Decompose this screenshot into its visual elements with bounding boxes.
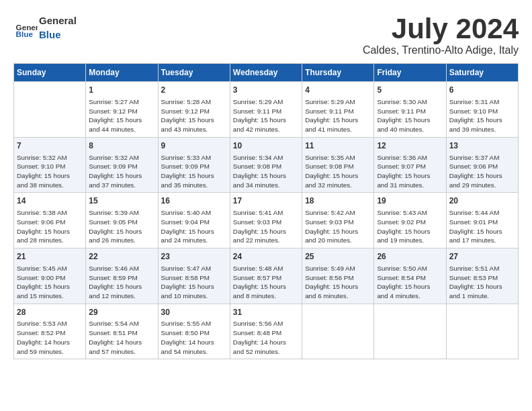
day-info: Sunrise: 5:37 AM Sunset: 9:06 PM Dayligh… [449, 153, 515, 190]
calendar-table: SundayMondayTuesdayWednesdayThursdayFrid… [13, 63, 519, 359]
day-cell: 6Sunrise: 5:31 AM Sunset: 9:10 PM Daylig… [446, 82, 518, 138]
day-cell [14, 82, 86, 138]
day-cell: 19Sunrise: 5:43 AM Sunset: 9:02 PM Dayli… [374, 193, 446, 248]
day-number: 28 [17, 307, 83, 318]
day-number: 12 [377, 140, 443, 152]
day-cell: 11Sunrise: 5:35 AM Sunset: 9:08 PM Dayli… [302, 137, 374, 193]
day-number: 10 [233, 140, 299, 152]
month-title: July 2024 [363, 13, 519, 44]
day-number: 31 [233, 307, 299, 318]
day-header-tuesday: Tuesday [158, 64, 230, 82]
day-info: Sunrise: 5:31 AM Sunset: 9:10 PM Dayligh… [449, 97, 515, 134]
day-cell [302, 304, 374, 359]
day-number: 9 [161, 140, 227, 152]
day-header-sunday: Sunday [14, 64, 86, 82]
day-cell: 31Sunrise: 5:56 AM Sunset: 8:48 PM Dayli… [230, 304, 302, 359]
day-info: Sunrise: 5:49 AM Sunset: 8:56 PM Dayligh… [305, 264, 371, 301]
day-info: Sunrise: 5:56 AM Sunset: 8:48 PM Dayligh… [233, 319, 299, 356]
day-info: Sunrise: 5:45 AM Sunset: 9:00 PM Dayligh… [17, 264, 83, 301]
day-number: 13 [449, 140, 515, 152]
day-info: Sunrise: 5:30 AM Sunset: 9:11 PM Dayligh… [377, 97, 443, 134]
day-header-saturday: Saturday [446, 64, 518, 82]
week-row-4: 21Sunrise: 5:45 AM Sunset: 9:00 PM Dayli… [14, 248, 519, 304]
day-cell: 8Sunrise: 5:32 AM Sunset: 9:09 PM Daylig… [86, 137, 158, 193]
day-cell: 26Sunrise: 5:50 AM Sunset: 8:54 PM Dayli… [374, 248, 446, 304]
day-info: Sunrise: 5:55 AM Sunset: 8:50 PM Dayligh… [161, 319, 227, 356]
day-info: Sunrise: 5:27 AM Sunset: 9:12 PM Dayligh… [89, 97, 154, 134]
day-cell: 20Sunrise: 5:44 AM Sunset: 9:01 PM Dayli… [446, 193, 518, 248]
day-info: Sunrise: 5:29 AM Sunset: 9:11 PM Dayligh… [305, 97, 371, 134]
day-info: Sunrise: 5:28 AM Sunset: 9:12 PM Dayligh… [161, 97, 227, 134]
day-cell: 4Sunrise: 5:29 AM Sunset: 9:11 PM Daylig… [302, 82, 374, 138]
day-info: Sunrise: 5:33 AM Sunset: 9:09 PM Dayligh… [161, 153, 227, 190]
day-header-wednesday: Wednesday [230, 64, 302, 82]
day-info: Sunrise: 5:50 AM Sunset: 8:54 PM Dayligh… [377, 264, 443, 301]
day-info: Sunrise: 5:36 AM Sunset: 9:07 PM Dayligh… [377, 153, 443, 190]
day-info: Sunrise: 5:32 AM Sunset: 9:09 PM Dayligh… [89, 153, 154, 190]
week-row-5: 28Sunrise: 5:53 AM Sunset: 8:52 PM Dayli… [14, 304, 519, 359]
day-cell: 16Sunrise: 5:40 AM Sunset: 9:04 PM Dayli… [158, 193, 230, 248]
day-number: 8 [89, 140, 154, 152]
day-cell: 10Sunrise: 5:34 AM Sunset: 9:08 PM Dayli… [230, 137, 302, 193]
day-cell: 5Sunrise: 5:30 AM Sunset: 9:11 PM Daylig… [374, 82, 446, 138]
day-number: 16 [161, 195, 227, 207]
day-cell: 29Sunrise: 5:54 AM Sunset: 8:51 PM Dayli… [86, 304, 158, 359]
logo-general: General [39, 15, 77, 26]
day-cell: 15Sunrise: 5:39 AM Sunset: 9:05 PM Dayli… [86, 193, 158, 248]
day-cell: 27Sunrise: 5:51 AM Sunset: 8:53 PM Dayli… [446, 248, 518, 304]
day-info: Sunrise: 5:32 AM Sunset: 9:10 PM Dayligh… [17, 153, 83, 190]
day-info: Sunrise: 5:47 AM Sunset: 8:58 PM Dayligh… [161, 264, 227, 301]
day-number: 4 [305, 85, 371, 96]
day-info: Sunrise: 5:43 AM Sunset: 9:02 PM Dayligh… [377, 208, 443, 245]
day-number: 7 [17, 140, 83, 152]
day-cell: 22Sunrise: 5:46 AM Sunset: 8:59 PM Dayli… [86, 248, 158, 304]
day-cell: 13Sunrise: 5:37 AM Sunset: 9:06 PM Dayli… [446, 137, 518, 193]
day-header-friday: Friday [374, 64, 446, 82]
day-number: 14 [17, 195, 83, 207]
day-number: 18 [305, 195, 371, 207]
day-number: 15 [89, 195, 154, 207]
day-info: Sunrise: 5:42 AM Sunset: 9:03 PM Dayligh… [305, 208, 371, 245]
day-cell: 30Sunrise: 5:55 AM Sunset: 8:50 PM Dayli… [158, 304, 230, 359]
day-number: 24 [233, 251, 299, 263]
day-cell: 3Sunrise: 5:29 AM Sunset: 9:11 PM Daylig… [230, 82, 302, 138]
day-number: 5 [377, 85, 443, 96]
week-row-3: 14Sunrise: 5:38 AM Sunset: 9:06 PM Dayli… [14, 193, 519, 248]
day-cell: 24Sunrise: 5:48 AM Sunset: 8:57 PM Dayli… [230, 248, 302, 304]
day-cell: 1Sunrise: 5:27 AM Sunset: 9:12 PM Daylig… [86, 82, 158, 138]
day-info: Sunrise: 5:44 AM Sunset: 9:01 PM Dayligh… [449, 208, 515, 245]
day-number: 11 [305, 140, 371, 152]
day-number: 26 [377, 251, 443, 263]
day-number: 3 [233, 85, 299, 96]
day-info: Sunrise: 5:41 AM Sunset: 9:03 PM Dayligh… [233, 208, 299, 245]
day-number: 6 [449, 85, 515, 96]
day-cell: 9Sunrise: 5:33 AM Sunset: 9:09 PM Daylig… [158, 137, 230, 193]
day-cell: 28Sunrise: 5:53 AM Sunset: 8:52 PM Dayli… [14, 304, 86, 359]
day-info: Sunrise: 5:40 AM Sunset: 9:04 PM Dayligh… [161, 208, 227, 245]
title-block: July 2024 Caldes, Trentino-Alto Adige, I… [363, 13, 519, 56]
day-cell: 23Sunrise: 5:47 AM Sunset: 8:58 PM Dayli… [158, 248, 230, 304]
day-header-monday: Monday [86, 64, 158, 82]
day-info: Sunrise: 5:34 AM Sunset: 9:08 PM Dayligh… [233, 153, 299, 190]
day-cell: 25Sunrise: 5:49 AM Sunset: 8:56 PM Dayli… [302, 248, 374, 304]
day-info: Sunrise: 5:46 AM Sunset: 8:59 PM Dayligh… [89, 264, 154, 301]
day-cell: 17Sunrise: 5:41 AM Sunset: 9:03 PM Dayli… [230, 193, 302, 248]
day-info: Sunrise: 5:29 AM Sunset: 9:11 PM Dayligh… [233, 97, 299, 134]
day-header-thursday: Thursday [302, 64, 374, 82]
day-cell [374, 304, 446, 359]
day-info: Sunrise: 5:51 AM Sunset: 8:53 PM Dayligh… [449, 264, 515, 301]
day-cell: 18Sunrise: 5:42 AM Sunset: 9:03 PM Dayli… [302, 193, 374, 248]
day-number: 22 [89, 251, 154, 263]
day-cell: 2Sunrise: 5:28 AM Sunset: 9:12 PM Daylig… [158, 82, 230, 138]
page-header: General Blue General Blue July 2024 Cald… [13, 13, 519, 56]
day-info: Sunrise: 5:38 AM Sunset: 9:06 PM Dayligh… [17, 208, 83, 245]
day-info: Sunrise: 5:35 AM Sunset: 9:08 PM Dayligh… [305, 153, 371, 190]
day-cell: 14Sunrise: 5:38 AM Sunset: 9:06 PM Dayli… [14, 193, 86, 248]
day-number: 23 [161, 251, 227, 263]
svg-text:Blue: Blue [16, 30, 34, 38]
header-row: SundayMondayTuesdayWednesdayThursdayFrid… [14, 64, 519, 82]
day-cell: 7Sunrise: 5:32 AM Sunset: 9:10 PM Daylig… [14, 137, 86, 193]
day-number: 19 [377, 195, 443, 207]
week-row-2: 7Sunrise: 5:32 AM Sunset: 9:10 PM Daylig… [14, 137, 519, 193]
day-number: 29 [89, 307, 154, 318]
